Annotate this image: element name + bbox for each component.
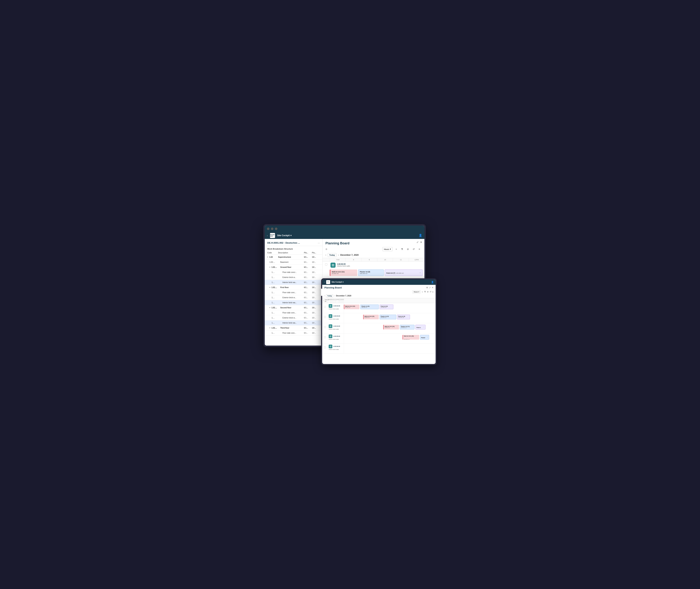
more-button[interactable]: ··· xyxy=(318,241,320,244)
wbs-row[interactable]: 1.... Exterior brick w... 6/1... 10/... xyxy=(265,295,322,300)
window-btn-2[interactable] xyxy=(271,227,273,230)
wbs-row[interactable]: ▾1.02.... Second floor 6/1... 10/... xyxy=(265,305,322,310)
wbs-row-highlighted[interactable]: 1.... Interior brick wa... 6/1... 10/... xyxy=(265,280,322,285)
gantt-bar-purple-1[interactable]: Paint-int (7) 120.000 m2 → xyxy=(385,269,423,276)
wbs-row[interactable]: ▾1.02 Superstructure 6/1... 10/... xyxy=(265,255,322,260)
wbs-val1: 6/1... xyxy=(304,322,312,324)
wbs-row[interactable]: 1.... Floor slab conc... 6/1... 10/... xyxy=(265,290,322,295)
site-cockpit-button[interactable]: Site Cockpit ▾ xyxy=(277,234,292,237)
tablet-cal-date: December 7, 2020 xyxy=(336,295,351,297)
wbs-val1: 6/1... xyxy=(304,266,312,268)
tablet-expand-icon[interactable]: ⤢ xyxy=(429,286,431,289)
wbs-val2: 10/... xyxy=(312,317,320,319)
wbs-desc: Interior brick wa... xyxy=(283,281,304,283)
tablet-bar-blue-2[interactable]: Plaster int (9) 200.000 m2 xyxy=(380,315,396,319)
tablet-next-arrow[interactable]: › xyxy=(334,295,335,297)
tablet-settings-icon[interactable]: ⚙ xyxy=(426,286,428,289)
next-arrow[interactable]: › xyxy=(338,253,339,256)
wbs-row[interactable]: 1.... Floor slab conc... 6/1... 10/... xyxy=(265,310,322,316)
tablet-task-checkbox-3[interactable] xyxy=(324,326,326,328)
tablet-task-row-2: 1.02.03.03 Interior brick walls Wall-int… xyxy=(322,313,436,323)
expand-icon[interactable]: ⤢ xyxy=(416,241,419,244)
gantt-bar-blue-1[interactable]: Plaster int (8) 200.000 m2 xyxy=(358,269,384,276)
tablet-bar-purple-3[interactable]: Paint-n → xyxy=(415,325,425,330)
wbs-row[interactable]: 1.02.... Basement 6/1... 10/... xyxy=(265,260,322,265)
panel-collapse-button[interactable]: › xyxy=(321,288,323,296)
wbs-val1: 6/1... xyxy=(304,332,312,334)
refresh-button[interactable]: ↺ xyxy=(411,247,416,251)
logo-area: PROJECT FIRST xyxy=(270,233,275,238)
tablet-bar-purple-1[interactable]: Paint-int (8) 120.000 m2 xyxy=(380,305,393,309)
filter-clear-button[interactable]: ⊘ xyxy=(406,247,410,251)
tablet-task-id-4: 1.02.05.03 xyxy=(333,336,340,337)
window-btn-1[interactable] xyxy=(267,227,270,230)
wbs-row-highlighted[interactable]: 1.... Interior brick wa... 6/1... 10/... xyxy=(265,321,322,326)
wbs-val2: 10/... xyxy=(312,307,320,309)
task-meta-1: 1.02.02.03 Interior brick walls xyxy=(337,263,350,267)
wbs-row[interactable]: ▾1.02.... First floor 6/1... 10/... xyxy=(265,285,322,290)
app-header: ‹ PROJECT FIRST Site Cockpit ▾ 👤 xyxy=(265,232,424,239)
tablet-bar-pink-2[interactable]: Wall-int 24.0 (33) 20.000 m2 xyxy=(363,315,379,319)
tablet-bar-pink-1[interactable]: Wall-int 24.0 (32) 20.000 m2 xyxy=(344,305,359,309)
select-all-checkbox[interactable] xyxy=(324,300,324,302)
filter-button[interactable]: ⚗ xyxy=(400,247,404,251)
svg-rect-25 xyxy=(331,336,331,336)
tablet-user-icon[interactable]: 👤 xyxy=(431,281,434,283)
wbs-row[interactable]: 1.... Floor slab conc... 6/1... 10/... xyxy=(265,331,322,336)
tablet-task-checkbox-1[interactable] xyxy=(324,306,326,308)
tablet-task-checkbox-4[interactable] xyxy=(324,336,326,338)
tablet-bar-pink-3[interactable]: Wall-int 24.0 (34) 20.000 m2 xyxy=(383,325,399,330)
wbs-code: ▾1.02 xyxy=(267,256,278,258)
tablet-list-icon[interactable]: ≡ xyxy=(432,291,433,293)
svg-rect-13 xyxy=(331,305,331,306)
col-desc: Description xyxy=(278,252,304,254)
wbs-row-highlighted[interactable]: 1.... Interior brick wa... 6/1... 10/... xyxy=(265,300,322,305)
wbs-val2: 10/... xyxy=(312,322,320,324)
tablet-back-button[interactable]: ‹ xyxy=(324,281,325,283)
tablet-bar-purple-2[interactable]: Paint-int (8) 120.000 m2 xyxy=(397,315,410,319)
settings-icon[interactable]: ⚙ xyxy=(325,248,327,250)
tablet-close-icon[interactable]: ✕ xyxy=(432,286,433,289)
tablet-prev-arrow[interactable]: ‹ xyxy=(324,295,325,297)
wbs-row[interactable]: 1.... Exterior brick w... 6/1... 10/... xyxy=(265,316,322,321)
svg-rect-20 xyxy=(330,325,331,326)
wbs-row[interactable]: 1.... Floor slab concr... 6/1... 10/... xyxy=(265,270,322,275)
wbs-desc: Floor slab conc... xyxy=(283,312,304,314)
wbs-val2: 10/... xyxy=(312,291,320,293)
timeline-header: 7AM 8 9 10 11 12PM xyxy=(323,258,424,261)
tablet-refresh-icon[interactable]: ↺ xyxy=(430,290,431,293)
hours-dropdown[interactable]: Hours ▾ xyxy=(382,247,393,251)
svg-rect-27 xyxy=(331,336,331,337)
tablet-task-name-2: Interior brick walls xyxy=(329,319,343,320)
close-icon[interactable]: ✕ xyxy=(420,241,422,244)
tablet-task-checkbox-5[interactable] xyxy=(324,347,326,348)
today-button[interactable]: Today xyxy=(328,253,337,257)
bar-content: Plaster xyxy=(421,336,425,339)
prev-arrow[interactable]: ‹ xyxy=(325,253,326,256)
tablet-filter-icon[interactable]: ⚗ xyxy=(424,290,426,293)
tablet-add-icon[interactable]: + xyxy=(422,291,423,293)
gantt-bar-pink-1[interactable]: Wall-int 24.0 (31) 20.000 m2 xyxy=(330,269,357,276)
hour-10: 10 xyxy=(377,258,393,261)
tablet-bar-blue-1[interactable]: Plaster int (8) 200.000 m2 xyxy=(360,305,379,309)
window-btn-3[interactable] xyxy=(275,227,277,230)
tablet-filter-clear-icon[interactable]: ⊘ xyxy=(427,290,428,293)
tablet-bar-pink-4[interactable]: Wall-int 24.0 (35) 200.000 m2 xyxy=(403,335,419,340)
wbs-row[interactable]: ▾1.02.... Ground floor 6/1... 10/... xyxy=(265,265,322,270)
tablet-today-button[interactable]: Today xyxy=(326,294,333,297)
wbs-val1: 6/1... xyxy=(304,286,312,288)
task-checkbox-1[interactable] xyxy=(325,263,327,265)
add-button[interactable]: + xyxy=(394,247,398,251)
user-icon[interactable]: 👤 xyxy=(419,234,422,237)
wbs-row[interactable]: 1.... Exterior brick w... 6/1... 10/... xyxy=(265,275,322,280)
tablet-task-checkbox-2[interactable] xyxy=(324,316,326,318)
tablet-select-all[interactable]: Select All xyxy=(322,298,328,303)
tablet-bar-blue-3[interactable]: Plaster int (11) 200.000 m2 xyxy=(400,325,414,330)
list-view-button[interactable]: ≡ xyxy=(417,247,421,251)
tablet-hours-dropdown[interactable]: Hours ▾ xyxy=(412,290,421,293)
svg-rect-28 xyxy=(330,346,331,346)
back-button[interactable]: ‹ xyxy=(267,234,268,237)
tablet-bar-blue-4[interactable]: Plaster → xyxy=(420,335,429,340)
wbs-val1: 6/1... xyxy=(304,307,312,309)
wbs-row[interactable]: ▾1.02.... Third floor 6/1... 10/... xyxy=(265,326,322,331)
